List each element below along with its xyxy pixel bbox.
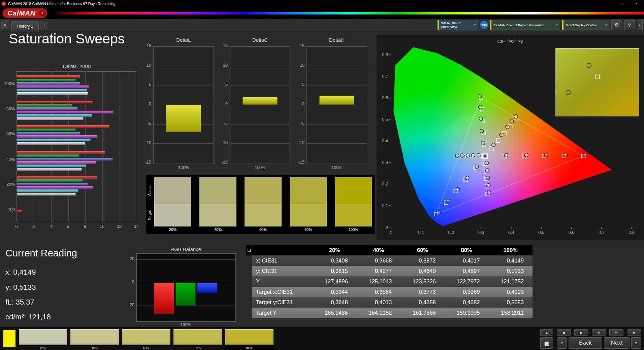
calman-window: CalMAN 2018 CalMAN Ultimate for Business…	[0, 0, 644, 350]
maximize-button[interactable]: □	[614, 0, 629, 7]
table-cell: Target x:CIE31	[252, 289, 313, 295]
table-header-cell: 40%	[357, 247, 401, 253]
pattern-swatch[interactable]	[19, 329, 68, 346]
measured-circle-marker	[466, 154, 470, 158]
deltae-bar	[17, 164, 86, 167]
transport-button-3[interactable]: ∞	[609, 329, 623, 336]
measured-circle-marker	[480, 129, 484, 133]
pattern-window-up-button[interactable]: ▲	[540, 329, 553, 336]
deltah-y-tick-label: 0	[294, 102, 304, 106]
deltac-bar	[243, 97, 278, 105]
deltae-y-tick-label: 20%	[1, 182, 15, 187]
table-corner[interactable]	[246, 245, 252, 255]
meter-status-badge[interactable]: 236	[480, 21, 488, 29]
pattern-swatch[interactable]	[70, 329, 119, 346]
next-button[interactable]: Next	[604, 337, 630, 349]
close-button[interactable]: ×	[629, 0, 644, 7]
display-control-dropdown[interactable]: Direct Display Control ▾	[562, 20, 609, 30]
panel-expand-button[interactable]: ▸	[637, 20, 643, 30]
deltae-x-tick-label: 0	[11, 224, 22, 229]
deltah-y-tick-label: 5	[294, 82, 304, 87]
back-button[interactable]: Back	[569, 337, 602, 349]
settings-button[interactable]: ⚙	[611, 20, 622, 30]
logo-row: CalMAN ▼	[0, 7, 644, 19]
target-swatch	[245, 204, 282, 226]
table-cell: Target Y	[252, 310, 313, 316]
cie-y-tick-label: 0,8	[382, 52, 388, 57]
app-icon	[2, 2, 6, 6]
deltae-gridline	[120, 72, 120, 222]
measured-circle-marker	[506, 125, 509, 129]
table-cell: 166,9486	[313, 310, 357, 316]
deltal-chart-title: DeltaL	[153, 37, 214, 43]
cie-y-tick-label: 0,6	[382, 95, 388, 100]
deltac-gridline	[230, 105, 290, 105]
deltac-y-tick-label: -10	[218, 140, 228, 145]
pattern-generator-dropdown[interactable]: CalMAN Client 3 Pattern Generator ▾	[490, 20, 560, 30]
table-cell: 127,4896	[313, 278, 357, 285]
deltae-bar	[17, 158, 113, 161]
deltal-y-tick-label: 15	[141, 43, 151, 48]
pattern-swatch[interactable]	[225, 329, 274, 346]
table-cell: 0,3815	[313, 268, 357, 274]
deltah-gridline	[307, 143, 367, 144]
transport-button-4[interactable]: ◉	[627, 329, 641, 336]
rgb-gridline	[137, 306, 235, 306]
tab-history-1[interactable]: History 1	[11, 21, 39, 31]
deltae-bar	[17, 125, 109, 128]
cie-x-tick-label: 0,2	[448, 230, 454, 235]
deltae-bar	[17, 104, 72, 107]
deltae-y-tick-label: 100	[1, 207, 15, 212]
skip-forward-button[interactable]: »	[631, 337, 641, 349]
meter-dropdown[interactable]: X-Rite i1Pro 2 Direct View ▾	[438, 20, 478, 30]
cie-x-tick-label: 0,6	[568, 230, 574, 235]
deltac-x-category: 100%	[230, 165, 290, 170]
transport-button-1[interactable]: ▶	[574, 329, 588, 336]
deltal-y-tick-label: -15	[141, 160, 151, 165]
pattern-swatch[interactable]	[173, 329, 222, 346]
table-cell: 0,3773	[400, 289, 445, 295]
measured-circle-marker	[564, 153, 568, 156]
deltal-y-tick-label: -10	[141, 140, 151, 145]
deltal-plot	[153, 46, 214, 164]
transport-button-2[interactable]: ●	[592, 329, 606, 336]
table-cell: 0,3969	[445, 289, 489, 295]
add-tab-button[interactable]: +	[40, 21, 48, 29]
table-cell: 0,3408	[313, 257, 357, 264]
skip-back-button[interactable]: «	[557, 337, 567, 349]
cie-y-tick-label: 0,4	[382, 138, 388, 143]
deltah-y-tick-label: 15	[294, 43, 304, 48]
cie-y-tick-label: 0,5	[382, 117, 388, 122]
white-point-dot	[484, 155, 486, 157]
table-cell: 0,4358	[400, 299, 445, 306]
pattern-swatch[interactable]	[122, 329, 171, 346]
minimize-button[interactable]: –	[599, 0, 614, 7]
swatch-compare-label: 60%	[245, 228, 282, 232]
chevron-down-icon: ▼	[41, 12, 44, 15]
reading-x: x: 0,4149	[5, 268, 36, 277]
deltae-plot	[17, 71, 137, 222]
meter-line1: X-Rite i1Pro 2	[441, 21, 461, 25]
deltac-gridline	[230, 66, 290, 66]
pattern-window-button[interactable]: ▣	[540, 337, 553, 349]
deltae-x-tick-label: 2	[29, 224, 39, 229]
deltae-y-tick-label: 80%	[1, 107, 15, 111]
deltae-x-tick-label: 14	[131, 224, 141, 229]
deltac-gridline	[230, 46, 290, 47]
pattern-swatch-label: 40%	[70, 346, 119, 350]
measured-circle-marker	[485, 169, 489, 172]
target-row-label: Target	[147, 204, 153, 226]
measured-circle-marker	[510, 120, 514, 124]
tab-scroll-button[interactable]: ▶	[1, 21, 9, 29]
actual-swatch	[199, 177, 236, 204]
bottom-bar: 20%40%60%80%100%▲■▶●∞◉▣«BackNext»	[0, 327, 644, 350]
measured-circle-marker	[492, 143, 495, 147]
transport-button-0[interactable]: ■	[557, 329, 571, 336]
rgb-y-tick-label: 20	[124, 256, 134, 261]
deltah-gridline	[307, 105, 367, 105]
calman-logo-button[interactable]: CalMAN ▼	[3, 8, 47, 18]
table-cell: 0,5133	[488, 268, 533, 274]
measured-circle-marker	[486, 176, 490, 180]
help-button[interactable]: ?	[624, 20, 635, 30]
deltae-bar	[17, 85, 89, 88]
